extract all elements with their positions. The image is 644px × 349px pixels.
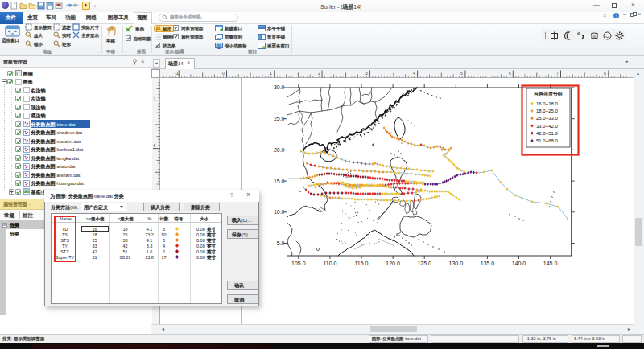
svg-text:台风强度分组: 台风强度分组 bbox=[534, 91, 563, 97]
svg-text:8: 8 bbox=[604, 71, 606, 76]
svg-text:3: 3 bbox=[365, 71, 368, 76]
svg-text:33.0~42.0: 33.0~42.0 bbox=[536, 124, 559, 129]
svg-text:135.0: 135.0 bbox=[481, 261, 495, 266]
svg-text:25.0: 25.0 bbox=[274, 116, 285, 121]
svg-text:6: 6 bbox=[509, 71, 511, 76]
svg-text:6: 6 bbox=[153, 144, 155, 148]
svg-text:2: 2 bbox=[318, 71, 320, 76]
svg-text:10.0: 10.0 bbox=[274, 209, 285, 215]
svg-text:4: 4 bbox=[413, 71, 415, 76]
svg-text:7: 7 bbox=[153, 96, 155, 100]
svg-text:20.0: 20.0 bbox=[274, 147, 285, 153]
svg-text:105.0: 105.0 bbox=[291, 261, 306, 266]
svg-text:140.0: 140.0 bbox=[512, 261, 526, 266]
svg-text:18.0~25.0: 18.0~25.0 bbox=[536, 109, 559, 113]
svg-text:110.0: 110.0 bbox=[323, 261, 336, 266]
svg-text:42.0~51.0: 42.0~51.0 bbox=[536, 131, 559, 136]
svg-text:16.0~18.0: 16.0~18.0 bbox=[536, 101, 559, 106]
svg-text:125.0: 125.0 bbox=[417, 261, 431, 266]
svg-text:7: 7 bbox=[556, 71, 559, 76]
svg-text:0: 0 bbox=[222, 71, 225, 76]
svg-text:-1: -1 bbox=[175, 71, 179, 76]
svg-text:25.0~33.0: 25.0~33.0 bbox=[536, 116, 559, 121]
svg-text:5.0: 5.0 bbox=[277, 240, 285, 246]
svg-text:115.0: 115.0 bbox=[355, 261, 369, 266]
svg-text:145.0: 145.0 bbox=[543, 261, 558, 266]
svg-text:15.0: 15.0 bbox=[274, 179, 285, 184]
svg-text:51.0~68.0: 51.0~68.0 bbox=[536, 138, 559, 143]
svg-text:5: 5 bbox=[460, 71, 463, 76]
svg-text:130.0: 130.0 bbox=[449, 261, 464, 266]
svg-text:120.0: 120.0 bbox=[386, 261, 400, 266]
svg-text:30.0: 30.0 bbox=[274, 84, 285, 90]
svg-text:1: 1 bbox=[270, 71, 272, 76]
